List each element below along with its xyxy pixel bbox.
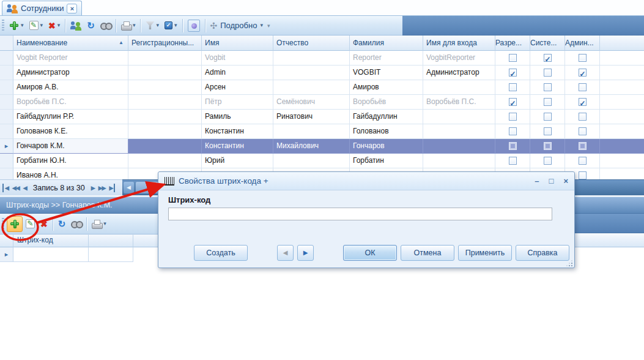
allowed-checkbox[interactable] [509,142,517,150]
cell-name: Иванов А.Н. [13,168,128,179]
admin-checkbox[interactable] [579,157,587,165]
print-button[interactable]: ▾ [119,18,138,34]
chevron-down-icon[interactable]: ▾ [103,221,106,227]
table-row[interactable]: ▸ Гончаров К.М. Константин Михайлович Го… [0,139,644,154]
chevron-down-icon[interactable]: ▾ [174,23,177,28]
column-header-barcode[interactable]: Штрих-код [13,233,89,247]
barcode-input[interactable] [168,208,552,220]
edit-button[interactable]: ✎▾ [27,18,46,34]
row-indicator: ▸ [0,139,13,154]
allowed-checkbox[interactable] [509,157,517,165]
system-checkbox[interactable] [544,127,552,135]
column-header-allowed[interactable]: Разре... [495,36,530,51]
apply-button[interactable]: Применить [458,245,512,261]
table-row[interactable]: ▸ Vogbit Reporter Vogbit Reporter Vogbit… [0,51,644,66]
detail-dropdown[interactable]: ✣ Подробно ▾ [208,18,265,34]
next-record-button[interactable]: ▶ [297,245,314,261]
chevron-down-icon[interactable]: ▾ [57,23,61,28]
close-icon[interactable]: × [563,176,568,186]
table-row[interactable]: ▸ Голованов К.Е. Константин Голованов [0,124,644,139]
column-header-login[interactable]: Имя для входа [423,36,495,51]
delete-icon: ✖ [40,219,48,229]
column-header-admin[interactable]: Админ... [565,36,600,51]
delete-barcode-button[interactable]: ✖ [38,216,50,232]
system-checkbox[interactable] [544,83,552,91]
toolbar-grip[interactable] [2,218,4,230]
users-button[interactable] [68,18,84,34]
table-row[interactable]: ▸ Администратор Admin VOGBIT Администрат… [0,66,644,80]
window-button[interactable] [185,18,202,34]
cell-admin [565,66,600,80]
chevron-down-icon[interactable]: ▾ [156,23,159,28]
nav-next-page-button[interactable]: ▶▶ [97,184,107,192]
column-header-name[interactable]: Наименование▲ [13,36,128,51]
create-button[interactable]: Создать [194,245,248,261]
prev-record-button[interactable]: ◀ [277,245,294,261]
system-checkbox[interactable] [544,142,552,150]
column-header-reg[interactable]: Регистрационны... [128,36,202,51]
minimize-icon[interactable]: – [535,176,539,186]
chevron-down-icon[interactable]: ▾ [21,23,24,28]
nav-last-button[interactable]: ▶ [108,184,115,192]
table-row[interactable]: ▸ Гайбадуллин Р.Р. Рамиль Ринатович Гайб… [0,110,644,124]
nav-prev-button[interactable]: ◀ [22,184,28,192]
nav-first-button[interactable]: ◀ [2,184,10,192]
toolbar-grip[interactable] [2,20,4,32]
allowed-checkbox[interactable] [509,127,517,135]
barcode-empty-row[interactable]: ▸ [0,247,134,262]
system-checkbox[interactable] [544,113,552,121]
nav-next-button[interactable]: ▶ [90,184,96,192]
admin-checkbox[interactable] [579,54,587,62]
table-row[interactable]: ▸ Воробьёв П.С. Пётр Семёнович Воробьёв … [0,95,644,110]
maximize-icon[interactable]: □ [549,176,554,186]
admin-checkbox[interactable] [579,127,587,135]
system-checkbox[interactable] [544,157,552,165]
system-checkbox[interactable] [544,69,552,77]
resize-grip[interactable] [567,261,572,266]
allowed-checkbox[interactable] [509,54,517,62]
add-button[interactable]: ▾ [7,18,26,34]
tab-employees[interactable]: Сотрудники × [2,1,82,15]
print-barcode-button[interactable]: ▾ [89,216,109,232]
allowed-checkbox[interactable] [509,69,517,77]
nav-prev-page-button[interactable]: ◀◀ [11,184,21,192]
admin-checkbox[interactable] [579,113,587,121]
edit-barcode-button[interactable]: ✎ [23,216,37,232]
ok-button[interactable]: ОК [343,245,397,261]
table-row[interactable]: ▸ Горбатин Ю.Н. Юрий Горбатин [0,154,644,168]
refresh-button[interactable]: ↻ [84,18,97,34]
allowed-checkbox[interactable] [509,83,517,91]
cell-system [530,51,565,66]
admin-checkbox[interactable] [579,142,587,150]
chevron-down-icon[interactable]: ▾ [133,23,136,28]
admin-checkbox[interactable] [579,69,587,77]
chevron-down-icon[interactable]: ▾ [260,23,263,28]
system-checkbox[interactable] [544,54,552,62]
table-row[interactable]: ▸ Амиров А.В. Арсен Амиров [0,80,644,95]
system-checkbox[interactable] [544,98,552,106]
column-header-first[interactable]: Имя [202,36,273,51]
toolbar-overflow-icon[interactable]: ▾ [267,23,270,29]
column-header-last[interactable]: Фамилия [350,36,423,51]
delete-button[interactable]: ✖▾ [46,18,62,34]
add-barcode-button[interactable] [7,216,23,232]
admin-checkbox[interactable] [579,171,587,179]
close-tab-icon[interactable]: × [67,4,77,13]
export-button[interactable]: ✓▾ [162,18,180,34]
allowed-checkbox[interactable] [509,113,517,121]
filter-button[interactable]: ▾ [143,18,161,34]
chevron-down-icon[interactable]: ▾ [40,23,43,28]
propeller-icon: ✣ [210,21,218,30]
refresh-barcode-button[interactable]: ↻ [56,216,68,232]
help-button[interactable]: Справка [516,245,569,261]
cancel-button[interactable]: Отмена [401,245,454,261]
admin-checkbox[interactable] [579,83,587,91]
find-button[interactable] [98,18,113,34]
admin-checkbox[interactable] [579,98,587,106]
find-barcode-button[interactable] [68,216,84,232]
column-header-system[interactable]: Систе... [530,36,565,51]
allowed-checkbox[interactable] [509,98,517,106]
scroll-left-icon[interactable]: ◀ [124,182,134,193]
dialog-titlebar[interactable]: Свойства штрих-кода + – □ × [158,172,574,190]
column-header-middle[interactable]: Отчество [273,36,350,51]
